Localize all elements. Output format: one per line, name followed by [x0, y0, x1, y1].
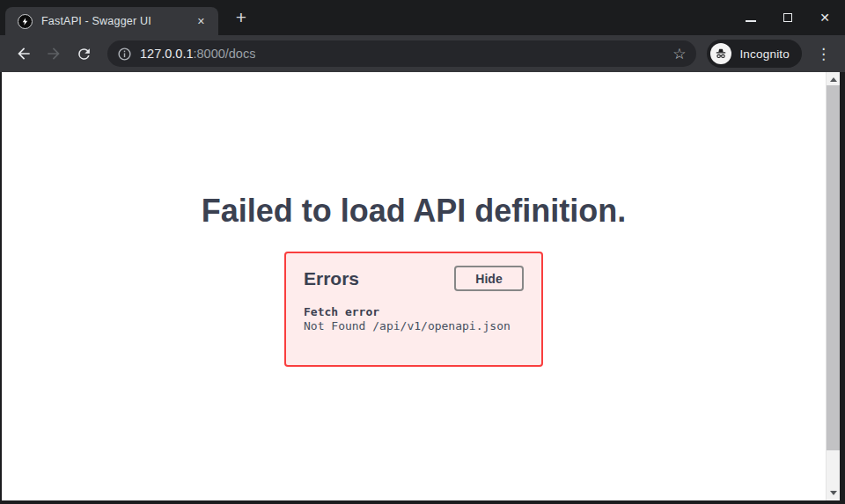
reload-button[interactable]: [72, 42, 95, 65]
minimize-icon: [746, 20, 756, 22]
scrollbar-thumb[interactable]: [827, 85, 840, 450]
tab-strip: FastAPI - Swagger UI ✕ + ✕: [0, 0, 845, 35]
error-message: Not Found /api/v1/openapi.json: [304, 319, 524, 333]
close-window-button[interactable]: ✕: [817, 10, 833, 26]
errors-panel: Errors Hide Fetch error Not Found /api/v…: [284, 252, 543, 367]
browser-toolbar: 127.0.0.1:8000/docs ☆ Incognito ⋮: [0, 35, 845, 72]
close-window-icon: ✕: [819, 11, 830, 24]
back-icon: [15, 45, 33, 62]
incognito-icon: [710, 43, 731, 64]
scrollbar-up-arrow[interactable]: [830, 77, 837, 82]
forward-button[interactable]: [42, 42, 65, 65]
forward-icon: [45, 45, 62, 62]
browser-menu-icon[interactable]: ⋮: [812, 45, 834, 63]
new-tab-button[interactable]: +: [229, 5, 254, 30]
tab-fastapi-swagger[interactable]: FastAPI - Swagger UI ✕: [5, 7, 218, 35]
vertical-scrollbar[interactable]: [826, 72, 840, 500]
url-text[interactable]: 127.0.0.1:8000/docs: [140, 47, 255, 61]
url-path: :8000/docs: [193, 47, 255, 61]
content-area: Failed to load API definition. Errors Hi…: [0, 72, 845, 500]
url-host: 127.0.0.1: [140, 47, 193, 61]
tab-title: FastAPI - Swagger UI: [41, 15, 193, 27]
errors-heading: Errors: [304, 268, 359, 289]
maximize-button[interactable]: [780, 10, 796, 26]
back-button[interactable]: [12, 42, 35, 65]
incognito-label: Incognito: [739, 47, 790, 61]
incognito-badge[interactable]: Incognito: [707, 40, 802, 68]
tab-close-icon[interactable]: ✕: [193, 14, 209, 29]
error-title: Fetch error: [304, 305, 524, 319]
hide-errors-button[interactable]: Hide: [454, 266, 524, 291]
reload-icon: [76, 46, 92, 62]
bookmark-star-icon[interactable]: ☆: [672, 45, 686, 63]
swagger-page: Failed to load API definition. Errors Hi…: [2, 72, 826, 500]
scrollbar-down-arrow[interactable]: [830, 491, 837, 495]
page-title: Failed to load API definition.: [2, 195, 826, 227]
errors-header: Errors Hide: [304, 266, 524, 291]
error-item: Fetch error Not Found /api/v1/openapi.js…: [304, 305, 524, 333]
page-info-icon[interactable]: [117, 47, 132, 62]
window-controls: ✕: [743, 0, 833, 35]
fastapi-favicon-icon: [18, 14, 33, 29]
browser-window: FastAPI - Swagger UI ✕ + ✕ 127.0.0.1:800…: [0, 0, 845, 504]
minimize-button[interactable]: [743, 10, 759, 26]
address-bar[interactable]: 127.0.0.1:8000/docs ☆: [107, 40, 696, 67]
maximize-icon: [783, 13, 792, 22]
